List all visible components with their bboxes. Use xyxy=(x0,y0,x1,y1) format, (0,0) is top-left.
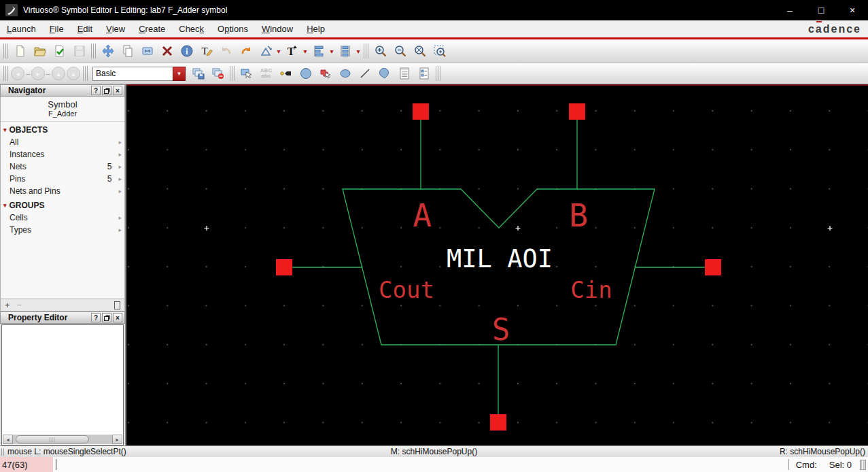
menu-create[interactable]: Create xyxy=(132,20,172,37)
expand-arrow-icon[interactable]: ▸ xyxy=(118,151,122,158)
expand-arrow-icon[interactable]: ▸ xyxy=(118,139,122,146)
expand-arrow-icon[interactable]: ▸ xyxy=(118,163,122,170)
close-button[interactable]: × xyxy=(837,0,868,20)
stretch-icon[interactable] xyxy=(137,42,157,60)
expand-arrow-icon[interactable]: ▸ xyxy=(118,188,122,195)
navigator-help-icon[interactable]: ? xyxy=(91,86,101,95)
tree-item-nets[interactable]: Nets 5 ▸ xyxy=(1,161,124,173)
text-style-dropdown-icon[interactable]: ▾ xyxy=(302,48,309,55)
menu-file[interactable]: File xyxy=(43,20,71,37)
toolbar-grip[interactable] xyxy=(436,66,440,81)
scrollbar-thumb[interactable] xyxy=(16,435,89,443)
text-labels-icon[interactable]: ABCabc xyxy=(256,65,276,82)
undo-icon[interactable] xyxy=(216,42,236,60)
check-save-icon[interactable] xyxy=(50,42,69,60)
tree-section-objects[interactable]: ▾ OBJECTS xyxy=(1,122,124,136)
symbol-canvas[interactable]: A B Cout Cin S MIL AOI xyxy=(126,84,868,445)
scroll-left-icon[interactable]: ◂ xyxy=(3,435,13,444)
align-dropdown-icon[interactable]: ▾ xyxy=(328,48,335,55)
rotate-icon[interactable] xyxy=(256,42,275,60)
place-pin-icon[interactable] xyxy=(315,65,335,82)
tree-item-all[interactable]: All ▸ xyxy=(1,136,124,148)
menu-check[interactable]: Check xyxy=(172,20,211,37)
property-editor-float-icon[interactable] xyxy=(102,313,111,322)
horizontal-scrollbar[interactable]: ◂ ▸ xyxy=(3,435,122,444)
layer-save-icon[interactable] xyxy=(188,65,208,82)
menu-options[interactable]: Options xyxy=(211,20,255,37)
tree-section-groups[interactable]: ▾ GROUPS xyxy=(1,197,124,212)
toolbar-grip[interactable] xyxy=(230,66,235,81)
tree-item-instances[interactable]: Instances ▸ xyxy=(1,148,124,161)
columns-icon[interactable] xyxy=(114,301,120,309)
select-cursor-icon[interactable] xyxy=(237,65,256,82)
navigator-float-icon[interactable] xyxy=(102,86,111,95)
open-icon[interactable] xyxy=(30,42,50,60)
symbol-center-label[interactable]: MIL AOI xyxy=(447,244,553,273)
menu-window[interactable]: Window xyxy=(255,20,300,37)
move-icon[interactable] xyxy=(98,42,118,60)
distribute-icon[interactable] xyxy=(335,42,355,60)
expand-arrow-icon[interactable]: ▸ xyxy=(118,175,122,182)
layer-remove-icon[interactable] xyxy=(208,65,228,82)
navigator-title-bar[interactable]: Navigator ? × xyxy=(0,84,125,97)
toolbar-grip[interactable] xyxy=(83,66,88,81)
up-hierarchy-icon[interactable]: ▴ xyxy=(52,67,65,80)
maximize-button[interactable]: □ xyxy=(805,0,837,20)
forward-icon[interactable]: ▸ xyxy=(31,67,45,80)
distribute-dropdown-icon[interactable]: ▾ xyxy=(355,48,362,55)
navigator-close-icon[interactable]: × xyxy=(113,86,122,95)
toolbar-grip[interactable] xyxy=(3,66,8,81)
expand-arrow-icon[interactable]: ▸ xyxy=(118,214,122,221)
layer-purpose-combo[interactable]: ▾ xyxy=(92,67,186,81)
copy-icon[interactable] xyxy=(118,42,137,60)
zoom-out-icon[interactable] xyxy=(390,42,410,60)
layer-combo-dropdown-icon[interactable]: ▾ xyxy=(173,67,186,81)
back-dropdown-icon[interactable]: – xyxy=(25,70,31,78)
delete-icon[interactable] xyxy=(157,42,177,60)
menu-help[interactable]: Help xyxy=(300,20,332,37)
property-editor-close-icon[interactable]: × xyxy=(113,313,122,322)
back-icon[interactable]: ◂ xyxy=(11,67,24,80)
menu-launch[interactable]: Launch xyxy=(0,20,43,37)
arc-icon[interactable] xyxy=(375,65,394,82)
note-icon[interactable] xyxy=(394,65,414,82)
zoom-in-icon[interactable] xyxy=(370,42,390,60)
toolbar-grip[interactable] xyxy=(364,44,368,58)
collapse-triangle-icon[interactable]: ▾ xyxy=(3,202,7,209)
expand-arrow-icon[interactable]: ▸ xyxy=(118,226,122,233)
collapse-triangle-icon[interactable]: ▾ xyxy=(3,127,7,133)
zoom-fit-icon[interactable] xyxy=(410,42,430,60)
minimize-button[interactable]: – xyxy=(774,0,805,20)
redo-icon[interactable] xyxy=(236,42,256,60)
align-icon[interactable] xyxy=(309,42,328,60)
text-style-icon[interactable]: T xyxy=(282,42,302,60)
circle-icon[interactable] xyxy=(335,65,355,82)
pin-icon[interactable] xyxy=(276,65,296,82)
toolbar-grip[interactable] xyxy=(91,44,96,58)
forward-dropdown-icon[interactable]: – xyxy=(46,70,51,78)
zoom-region-icon[interactable] xyxy=(430,42,449,60)
add-filter-button[interactable]: + xyxy=(5,300,10,310)
remove-filter-button[interactable]: − xyxy=(17,300,22,310)
property-editor-title-bar[interactable]: Property Editor ? × xyxy=(0,311,125,324)
tree-item-nets-and-pins[interactable]: Nets and Pins ▸ xyxy=(1,185,124,197)
property-editor-help-icon[interactable]: ? xyxy=(91,313,101,322)
scroll-right-icon[interactable]: ▸ xyxy=(112,435,122,444)
ellipse-icon[interactable] xyxy=(296,65,315,82)
menu-view[interactable]: View xyxy=(99,20,132,37)
toolbar-grip[interactable] xyxy=(3,44,8,58)
tree-item-cells[interactable]: Cells ▸ xyxy=(1,212,124,224)
tree-item-types[interactable]: Types ▸ xyxy=(1,224,124,236)
new-file-icon[interactable] xyxy=(10,42,30,60)
tree-item-pins[interactable]: Pins 5 ▸ xyxy=(1,173,124,185)
layer-combo-value[interactable] xyxy=(92,67,173,81)
top-hierarchy-icon[interactable]: ▴ xyxy=(67,67,80,80)
rotate-dropdown-icon[interactable]: ▾ xyxy=(275,48,282,55)
save-icon[interactable] xyxy=(69,42,89,60)
line-icon[interactable] xyxy=(355,65,375,82)
property-editor-content[interactable]: ◂ ▸ xyxy=(1,324,124,445)
resize-grip[interactable] xyxy=(860,460,866,470)
properties-icon[interactable]: i xyxy=(177,42,196,60)
menu-edit[interactable]: Edit xyxy=(71,20,99,37)
property-sheet-icon[interactable] xyxy=(414,65,434,82)
